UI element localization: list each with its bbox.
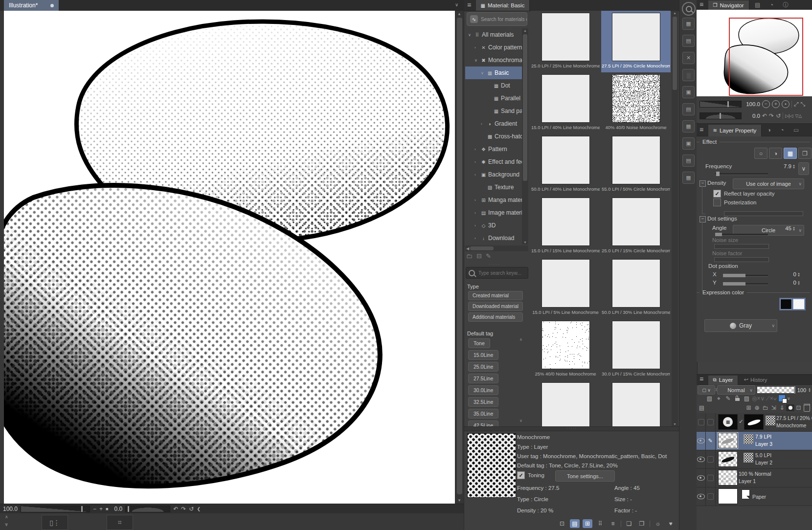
canvas[interactable] — [4, 11, 455, 504]
zoom-slider[interactable] — [21, 506, 90, 512]
lock-layer-icon[interactable] — [733, 396, 742, 401]
material-toolbar-icon[interactable]: ☼ — [653, 519, 663, 528]
material-grid-item[interactable]: 15.0 LPI / 5% Line Monochrome — [531, 257, 600, 319]
material-grid-scrollbar[interactable]: ▲▼ — [672, 11, 678, 426]
collapsed-palette-icon[interactable]: ▣ — [682, 137, 695, 150]
layer-color-more-icon[interactable]: ∨ — [787, 396, 790, 401]
layer-thumbnail[interactable] — [718, 451, 738, 467]
tab-information-icon[interactable]: ⓘ — [779, 0, 792, 10]
frequency-spinner[interactable]: ▲▼ — [792, 164, 795, 169]
new-folder-icon[interactable]: 🗀 — [466, 252, 473, 260]
material-toolbar-icon[interactable] — [650, 520, 650, 527]
layer-color-icon[interactable] — [778, 395, 786, 402]
scroll-down-chevron-icon[interactable]: ⩔ — [5, 521, 8, 528]
material-tree-item[interactable]: › ❖ Pattern — [465, 143, 522, 155]
tag-filter-button[interactable]: 15.0Line — [468, 350, 498, 360]
hscroll-left-icon[interactable]: ❮ — [197, 507, 201, 511]
layer-row-layer3[interactable]: ✎ 7.9 LPI Layer 3 — [697, 432, 812, 450]
material-grid-item[interactable]: 40% 40/0 Noise Monochrome — [601, 72, 671, 134]
nav-rotate-reset-icon[interactable]: ↺ — [776, 112, 781, 119]
material-grid-item[interactable]: 15.0 LPI / 40% Line Monochrome — [531, 72, 600, 134]
nav-rotate-right-icon[interactable]: ↷ — [769, 112, 774, 119]
search-palette-icon[interactable] — [682, 2, 696, 16]
tag-filter-button[interactable]: 30.0Line — [468, 385, 498, 395]
zoom-out-button[interactable]: − — [93, 507, 96, 511]
material-menu-icon[interactable]: ≡ — [464, 1, 474, 9]
layer-row-paper[interactable]: Paper — [697, 487, 812, 506]
tree-expander-icon[interactable]: › — [474, 147, 479, 152]
material-tab[interactable]: ▦ Material: Basic — [476, 0, 530, 11]
flip-horizontal-icon[interactable]: ▷|◁ — [785, 113, 793, 118]
material-tree-item[interactable]: ▨ Texture — [465, 181, 522, 194]
type-filter-button[interactable]: Downloaded material — [468, 302, 523, 311]
material-grid-item[interactable]: 50.0 LPI / 40% Line Monochrome — [531, 134, 600, 196]
canvas-vertical-scrollbar[interactable]: ▲ ▼ — [455, 11, 464, 504]
density-mode-dropdown[interactable]: Use color of image∨ — [733, 178, 804, 189]
material-tree-item[interactable]: › ▣ Background — [465, 168, 522, 181]
angle-value[interactable]: 45 — [779, 225, 791, 231]
material-toolbar-icon[interactable]: ⊞ — [583, 519, 592, 528]
tag-filter-button[interactable]: 32.5Line — [468, 397, 498, 407]
material-grid-item[interactable]: 25% 40/0 Noise Monochrome — [531, 319, 600, 380]
navigator-rotation-slider[interactable] — [699, 112, 742, 119]
layer-property-menu-icon[interactable]: ≡ — [697, 126, 706, 133]
scroll-down-icon[interactable]: ▼ — [457, 498, 461, 503]
rotate-left-icon[interactable]: ↶ — [173, 507, 178, 511]
tag-filter-button[interactable]: 25.0Line — [468, 362, 498, 372]
nav-actual-size-icon[interactable]: ▪ — [782, 100, 789, 108]
material-tree-item[interactable]: › ▤ Image material — [465, 206, 522, 219]
tags-scroll-up-icon[interactable]: ∧ — [519, 337, 522, 342]
material-grid-item[interactable]: 50.0 LPI / 30% Line Monochrome — [601, 257, 671, 319]
visibility-eye-icon[interactable] — [697, 438, 705, 443]
material-toolbar-icon[interactable]: ≡ — [608, 519, 618, 528]
new-raster-layer-icon[interactable]: ⊞ — [744, 404, 753, 411]
material-tree-item[interactable]: ∨ ✖ Monochromatic — [465, 54, 522, 66]
delete-layer-icon[interactable] — [803, 404, 811, 412]
new-vector-layer-icon[interactable]: ⊕ — [753, 404, 761, 411]
layer-thumbnail[interactable] — [718, 488, 738, 504]
material-grid-item[interactable]: 27.5 LPI / 20% Circle Monochrome — [601, 11, 671, 72]
material-tree-item[interactable]: ▩ Cross-hatching — [465, 130, 522, 143]
fit-to-screen-icon[interactable]: ⤢ — [794, 101, 799, 108]
zoom-reset-button[interactable]: ■ — [106, 507, 108, 511]
layer-row-monochrome[interactable]: ▦ ✓ 27.5 LPI / 20% C Monochrome — [697, 413, 812, 432]
flip-vertical-icon[interactable]: ▽△ — [795, 113, 802, 118]
x-spinner[interactable]: ▲▼ — [797, 272, 800, 277]
collapsed-palette-icon[interactable]: ▦ — [682, 120, 695, 132]
tone-effect-icon[interactable]: ▦ — [784, 148, 797, 159]
keyword-search-input[interactable] — [477, 270, 523, 276]
visibility-eye-icon[interactable] — [697, 475, 705, 481]
tab-overflow-icon[interactable]: ∨ — [455, 2, 458, 7]
nav-rotate-left-icon[interactable]: ↶ — [762, 112, 767, 119]
material-grid-item[interactable]: 25.0 LPI / 25% Line Monochrome — [531, 11, 600, 72]
tag-filter-button[interactable]: 35.0Line — [468, 409, 498, 419]
divider-handle[interactable]: ····· — [489, 262, 500, 266]
clipping-icon[interactable]: ▧ — [705, 395, 714, 402]
frame-settings-button[interactable]: ⌗ — [107, 515, 133, 530]
tree-expander-icon[interactable]: › — [481, 122, 485, 126]
tab-layer[interactable]: ⧉ Layer — [708, 375, 739, 385]
collapsed-palette-icon[interactable]: ▤ — [682, 35, 695, 47]
scroll-up-icon[interactable]: ▲ — [457, 12, 461, 16]
tree-expander-icon[interactable]: › — [474, 223, 479, 228]
material-tree-item[interactable]: ∨ ⠿ All materials — [465, 28, 522, 41]
navigator-menu-icon[interactable]: ≡ — [697, 0, 706, 8]
tree-horizontal-scrollbar[interactable]: ◀ — [465, 245, 528, 251]
black-color-swatch[interactable] — [780, 299, 792, 309]
draft-layer-icon[interactable]: ✎ — [724, 395, 732, 402]
visibility-toggle[interactable] — [698, 419, 704, 425]
tag-filter-button[interactable]: 27.5Line — [468, 374, 498, 383]
material-tree-item[interactable]: › ◇ 3D — [465, 219, 522, 232]
combine-mode-button[interactable]: ▢ ∨ — [698, 385, 715, 395]
nav-zoom-in-icon[interactable]: + — [772, 100, 780, 108]
tab-close-icon[interactable] — [50, 4, 54, 7]
tree-scrollbar[interactable]: ▲▼ — [522, 28, 528, 244]
frequency-value[interactable]: 7.9 — [779, 163, 791, 169]
toning-checkbox[interactable]: ✓ — [517, 471, 525, 479]
material-tree-item[interactable]: ∨ ▦ Basic — [465, 66, 522, 79]
navigator-zoom-slider[interactable] — [699, 101, 742, 108]
collapsed-palette-icon[interactable]: ▤ — [682, 103, 695, 115]
material-toolbar-icon[interactable]: ▤ — [570, 519, 580, 528]
reference-layer-icon[interactable]: ⌖ — [715, 395, 723, 402]
tab-itembank-icon[interactable]: ◔ — [766, 0, 777, 10]
